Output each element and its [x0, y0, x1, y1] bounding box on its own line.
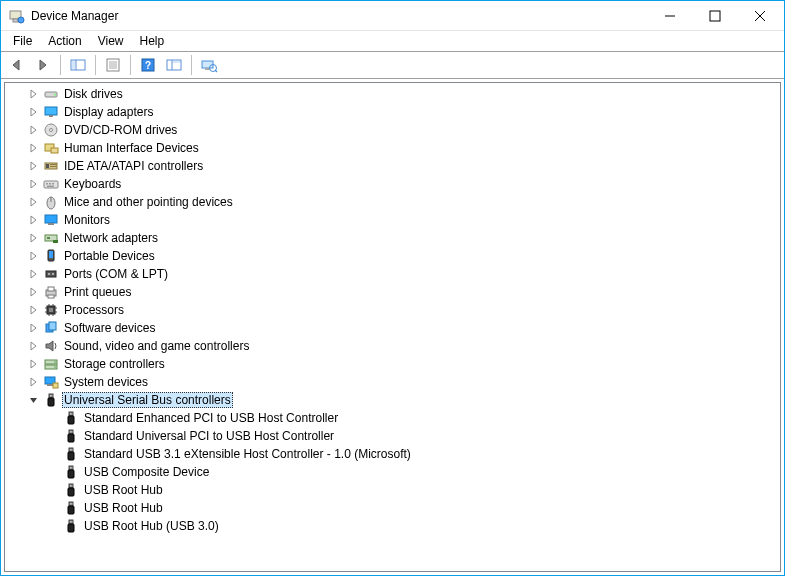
tree-device-label[interactable]: USB Root Hub [82, 482, 165, 498]
chevron-right-icon[interactable] [27, 105, 41, 119]
tree-device-label[interactable]: Standard USB 3.1 eXtensible Host Control… [82, 446, 413, 462]
tree-device-label[interactable]: Standard Enhanced PCI to USB Host Contro… [82, 410, 340, 426]
chevron-right-icon[interactable] [27, 87, 41, 101]
sound-icon [43, 338, 59, 354]
tree-category-label[interactable]: Portable Devices [62, 248, 157, 264]
tree-category-label[interactable]: Human Interface Devices [62, 140, 201, 156]
tree-category[interactable]: Keyboards [5, 175, 780, 193]
show-hide-tree-button[interactable] [66, 54, 90, 76]
tree-device[interactable]: USB Root Hub [5, 499, 780, 517]
close-button[interactable] [737, 1, 782, 30]
tree-device-label[interactable]: Standard Universal PCI to USB Host Contr… [82, 428, 336, 444]
chevron-right-icon[interactable] [27, 285, 41, 299]
tree-category-label[interactable]: Software devices [62, 320, 157, 336]
chevron-right-icon[interactable] [27, 375, 41, 389]
tree-category-label[interactable]: Display adapters [62, 104, 155, 120]
svg-rect-27 [49, 115, 53, 117]
tree-device[interactable]: Standard Universal PCI to USB Host Contr… [5, 427, 780, 445]
chevron-right-icon[interactable] [27, 303, 41, 317]
tree-category-label[interactable]: Sound, video and game controllers [62, 338, 251, 354]
tree-category[interactable]: Universal Serial Bus controllers [5, 391, 780, 409]
chevron-right-icon[interactable] [27, 123, 41, 137]
chevron-right-icon[interactable] [27, 267, 41, 281]
action-button[interactable] [162, 54, 186, 76]
tree-category[interactable]: IDE ATA/ATAPI controllers [5, 157, 780, 175]
tree-category-label[interactable]: Disk drives [62, 86, 125, 102]
tree-category-label[interactable]: System devices [62, 374, 150, 390]
chevron-right-icon[interactable] [27, 249, 41, 263]
monitor-icon [43, 212, 59, 228]
tree-category[interactable]: Disk drives [5, 85, 780, 103]
tree-category-label[interactable]: Mice and other pointing devices [62, 194, 235, 210]
scan-hardware-button[interactable] [197, 54, 221, 76]
tree-category[interactable]: Human Interface Devices [5, 139, 780, 157]
minimize-button[interactable] [647, 1, 692, 30]
menu-help[interactable]: Help [132, 32, 173, 50]
tree-device-label[interactable]: USB Root Hub (USB 3.0) [82, 518, 221, 534]
chevron-right-icon[interactable] [27, 177, 41, 191]
chevron-right-icon[interactable] [27, 357, 41, 371]
tree-category[interactable]: Monitors [5, 211, 780, 229]
chevron-right-icon[interactable] [27, 213, 41, 227]
svg-rect-44 [48, 223, 54, 225]
svg-rect-97 [70, 485, 71, 487]
tree-device-label[interactable]: USB Root Hub [82, 500, 165, 516]
tree-category[interactable]: Processors [5, 301, 780, 319]
tree-category[interactable]: Print queues [5, 283, 780, 301]
tree-device[interactable]: USB Composite Device [5, 463, 780, 481]
svg-point-71 [54, 366, 56, 368]
device-tree[interactable]: Disk drivesDisplay adaptersDVD/CD-ROM dr… [5, 83, 780, 571]
chevron-right-icon[interactable] [27, 195, 41, 209]
tree-category[interactable]: Network adapters [5, 229, 780, 247]
svg-rect-86 [72, 431, 73, 433]
tree-category[interactable]: Mice and other pointing devices [5, 193, 780, 211]
menu-view[interactable]: View [90, 32, 132, 50]
menu-file[interactable]: File [5, 32, 40, 50]
tree-device[interactable]: Standard USB 3.1 eXtensible Host Control… [5, 445, 780, 463]
tree-device-label[interactable]: USB Composite Device [82, 464, 211, 480]
tree-category-label[interactable]: Ports (COM & LPT) [62, 266, 170, 282]
tree-category[interactable]: Sound, video and game controllers [5, 337, 780, 355]
properties-button[interactable] [101, 54, 125, 76]
tree-category-label[interactable]: Print queues [62, 284, 133, 300]
tree-category-label[interactable]: Processors [62, 302, 126, 318]
menu-action[interactable]: Action [40, 32, 89, 50]
svg-point-29 [50, 129, 53, 132]
chevron-right-icon[interactable] [27, 231, 41, 245]
tree-category[interactable]: System devices [5, 373, 780, 391]
svg-text:?: ? [145, 60, 151, 71]
nav-back-button[interactable] [5, 54, 29, 76]
maximize-button[interactable] [692, 1, 737, 30]
tree-category-label[interactable]: Monitors [62, 212, 112, 228]
svg-rect-49 [49, 251, 53, 258]
svg-rect-105 [70, 521, 71, 523]
tree-category-label[interactable]: DVD/CD-ROM drives [62, 122, 179, 138]
chevron-down-icon[interactable] [27, 393, 41, 407]
svg-rect-31 [51, 148, 58, 153]
usb-device-icon [63, 482, 79, 498]
tree-category[interactable]: Portable Devices [5, 247, 780, 265]
nav-forward-button[interactable] [31, 54, 55, 76]
tree-category-label[interactable]: IDE ATA/ATAPI controllers [62, 158, 205, 174]
tree-device[interactable]: Standard Enhanced PCI to USB Host Contro… [5, 409, 780, 427]
tree-category[interactable]: DVD/CD-ROM drives [5, 121, 780, 139]
chevron-right-icon[interactable] [27, 159, 41, 173]
tree-category[interactable]: Display adapters [5, 103, 780, 121]
tree-category-label[interactable]: Universal Serial Bus controllers [62, 392, 233, 408]
tree-category-label[interactable]: Storage controllers [62, 356, 167, 372]
tree-device[interactable]: USB Root Hub [5, 481, 780, 499]
svg-rect-50 [46, 271, 56, 277]
tree-category-label[interactable]: Keyboards [62, 176, 123, 192]
svg-rect-67 [49, 322, 56, 330]
chevron-right-icon[interactable] [27, 321, 41, 335]
svg-rect-102 [72, 503, 73, 505]
tree-category[interactable]: Storage controllers [5, 355, 780, 373]
tree-category-label[interactable]: Network adapters [62, 230, 160, 246]
chevron-right-icon[interactable] [27, 141, 41, 155]
help-button[interactable]: ? [136, 54, 160, 76]
tree-category[interactable]: Ports (COM & LPT) [5, 265, 780, 283]
tree-category[interactable]: Software devices [5, 319, 780, 337]
toolbar-separator [95, 55, 96, 75]
tree-device[interactable]: USB Root Hub (USB 3.0) [5, 517, 780, 535]
chevron-right-icon[interactable] [27, 339, 41, 353]
